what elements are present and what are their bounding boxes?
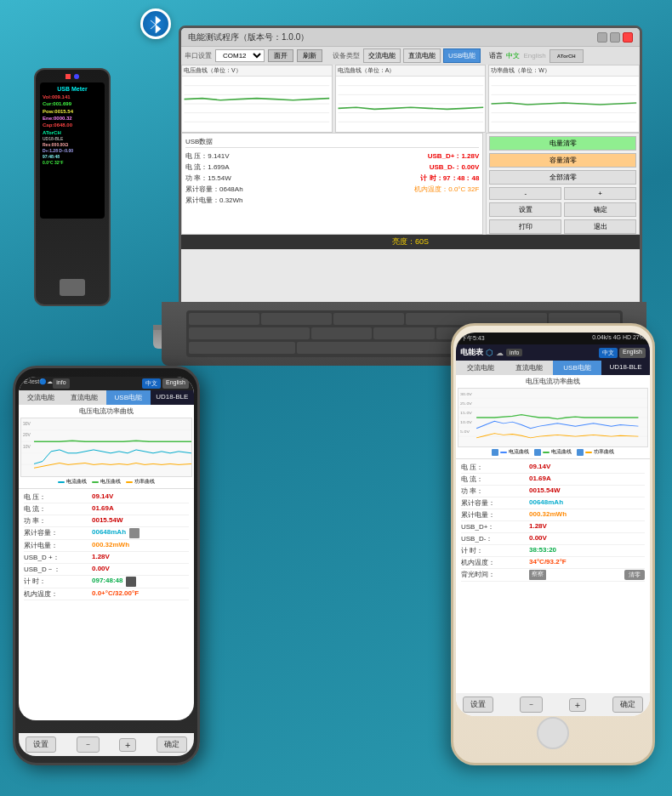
left-usbdm-val: 0.00V — [92, 565, 110, 574]
btn-print[interactable]: 打印 — [489, 219, 561, 234]
legend-voltage: 电压曲线 — [100, 478, 121, 486]
lang-en[interactable]: English — [523, 52, 545, 60]
device-type-group: 交流电能 直流电能 USB电能 — [363, 48, 481, 63]
phone-right-chart-section: 电压电流功率曲线 30.0V 25.0V 15.0V 10.0V 5.0V — [456, 375, 650, 459]
lang-cn[interactable]: 中文 — [506, 51, 520, 60]
right-timer-val: 38:53:20 — [529, 546, 556, 555]
com-select[interactable]: COM12 — [215, 49, 265, 62]
phone-left-status: E-test 🔵 ☁ info 中文 English — [19, 377, 194, 390]
open-btn[interactable]: 面开 — [268, 49, 293, 62]
left-usbdp-val: 1.28V — [92, 553, 110, 562]
right-current-key: 电 流： — [461, 475, 529, 484]
right-confirm-btn[interactable]: 确定 — [612, 696, 643, 713]
phone-left-lang-cn[interactable]: 中文 — [142, 378, 161, 389]
right-tab-ble[interactable]: UD18-BLE — [601, 361, 650, 375]
legend-current-dot — [58, 481, 65, 483]
btn-settings[interactable]: 设置 — [489, 202, 561, 217]
right-power-val: 0015.54W — [529, 486, 560, 496]
btn-plus[interactable]: + — [564, 187, 636, 200]
phone-right-time: 下午5:43 — [461, 334, 485, 343]
right-plus-btn[interactable]: + — [569, 698, 586, 712]
right-current-val: 01.69A — [529, 475, 551, 484]
right-backlight-val: 察察 — [529, 570, 546, 580]
btn-exit[interactable]: 退出 — [564, 219, 636, 234]
serial-label: 串口设置 — [185, 51, 212, 60]
right-tab-dc[interactable]: 直流电能 — [504, 361, 553, 375]
right-legend-cb-2[interactable] — [534, 449, 541, 456]
tab-dc-power[interactable]: 直流电能 — [403, 48, 441, 63]
tab-ac-power[interactable]: 交流电能 — [363, 48, 401, 63]
svg-text:30.0V: 30.0V — [460, 392, 473, 395]
right-energy-key: 累计电量： — [461, 510, 529, 520]
right-minus-btn[interactable]: － — [520, 696, 543, 713]
right-legend-cb-3[interactable] — [577, 449, 584, 456]
power-chart-label: 功率曲线（单位：W） — [489, 65, 639, 77]
right-home-button[interactable] — [537, 717, 569, 749]
phone-right-tabs: 交流电能 直流电能 USB电能 UD18-BLE — [456, 361, 650, 375]
right-bt-icon: ⬡ — [486, 348, 493, 357]
phone-left-lang-en[interactable]: English — [162, 378, 189, 389]
voltage-chart: 电压曲线（单位：V） — [181, 65, 333, 133]
left-timer-icon — [126, 577, 136, 587]
left-temp-key: 机内温度： — [24, 589, 92, 599]
phone-right-chart-title: 电压电流功率曲线 — [458, 377, 648, 386]
tab-usb-power[interactable]: USB电能 — [443, 48, 481, 63]
right-tab-usb[interactable]: USB电能 — [553, 361, 601, 375]
phone-left-screen: E-test 🔵 ☁ info 中文 English 交流电能 直流电能 USB… — [19, 377, 194, 720]
tab-ac[interactable]: 交流电能 — [19, 390, 63, 405]
left-settings-btn[interactable]: 设置 — [26, 736, 56, 753]
left-minus-btn[interactable]: － — [77, 736, 100, 753]
current-chart: 电流曲线（单位：A） — [335, 65, 487, 133]
right-temp-key: 机内温度： — [461, 558, 529, 567]
phone-left-info: info — [53, 378, 69, 389]
brightness-bar: 亮度：60S — [181, 235, 640, 249]
tab-usb[interactable]: USB电能 — [106, 390, 151, 405]
phone-left-chart-title: 电压电流功率曲线 — [20, 407, 192, 416]
phone-right-status: 下午5:43 0.04k/s 4G HD 27% — [456, 333, 650, 344]
phone-left-app-name: E-test — [24, 378, 39, 389]
right-legend-3: 功率曲线 — [594, 448, 614, 456]
phone-left-chart-section: 电压电流功率曲线 30V 20V 10V — [19, 405, 194, 489]
btn-voltage-clear[interactable]: 电量清零 — [489, 136, 636, 151]
right-voltage-key: 电 压： — [461, 463, 529, 472]
left-power-val: 0015.54W — [92, 516, 122, 526]
right-lang-en[interactable]: English — [619, 348, 646, 358]
legend-power-dot — [126, 481, 133, 483]
left-capacity-icon — [129, 528, 140, 538]
right-clear-btn[interactable]: 清零 — [624, 570, 645, 580]
svg-text:15.0V: 15.0V — [460, 411, 473, 414]
right-legend-cb-1[interactable] — [492, 449, 498, 456]
svg-text:10.0V: 10.0V — [460, 420, 473, 424]
phone-left-tabs: 交流电能 直流电能 USB电能 UD18-BLE — [19, 390, 194, 405]
right-capacity-key: 累计容量： — [461, 498, 529, 508]
power-chart: 功率曲线（单位：W） — [488, 65, 640, 133]
btn-all-clear[interactable]: 全部清零 — [489, 170, 636, 185]
right-app-title: 电能表 — [460, 347, 483, 358]
left-temp-val: 0.0+°C/32.00°F — [92, 589, 139, 599]
left-plus-btn[interactable]: + — [119, 738, 136, 752]
btn-minus[interactable]: - — [489, 187, 561, 200]
btn-capacity-clear[interactable]: 容量清零 — [489, 153, 636, 168]
legend-current: 电流曲线 — [66, 478, 87, 486]
right-backlight-key: 背光时间： — [461, 570, 529, 580]
btn-confirm[interactable]: 确定 — [564, 202, 636, 217]
usb-dp-val: USB_D+：1.28V — [428, 151, 480, 161]
tab-dc[interactable]: 直流电能 — [63, 390, 107, 405]
left-voltage-val: 09.14V — [92, 492, 113, 502]
right-lang-cn[interactable]: 中文 — [599, 348, 618, 358]
brand-logo: ATorCH — [550, 49, 584, 63]
timer-val: 计 时：97：48：48 — [420, 173, 479, 183]
phone-right: 下午5:43 0.04k/s 4G HD 27% 电能表 ⬡ ☁ info 中文… — [451, 323, 655, 765]
right-energy-val: 000.32mWh — [529, 510, 567, 520]
right-settings-btn[interactable]: 设置 — [463, 696, 493, 713]
phone-right-header: 电能表 ⬡ ☁ info 中文 English — [456, 344, 650, 361]
phone-right-chart: 30.0V 25.0V 15.0V 10.0V 5.0V — [458, 388, 648, 447]
usb-device-screen: USB Meter Vol:009.141 Cur:001.699 Pow:00… — [40, 82, 105, 219]
left-timer-val: 097:48:48 — [92, 577, 122, 587]
tab-ble[interactable]: UD18-BLE — [151, 390, 195, 405]
left-confirm-btn[interactable]: 确定 — [157, 736, 187, 753]
refresh-btn[interactable]: 刷新 — [297, 49, 322, 62]
laptop-title: 电能测试程序（版本号：1.0.0） — [188, 31, 597, 43]
svg-text:20V: 20V — [23, 433, 31, 437]
right-tab-ac[interactable]: 交流电能 — [456, 361, 504, 375]
